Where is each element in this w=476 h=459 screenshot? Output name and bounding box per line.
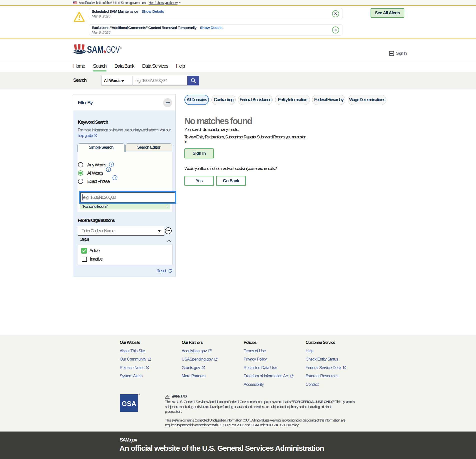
svg-text:i: i bbox=[115, 176, 116, 180]
svg-text:SAM: SAM bbox=[87, 44, 103, 54]
svg-text:GOV: GOV bbox=[106, 44, 120, 54]
svg-text:i: i bbox=[108, 168, 109, 171]
svg-text:®: ® bbox=[120, 47, 122, 49]
svg-text:i: i bbox=[111, 162, 112, 166]
